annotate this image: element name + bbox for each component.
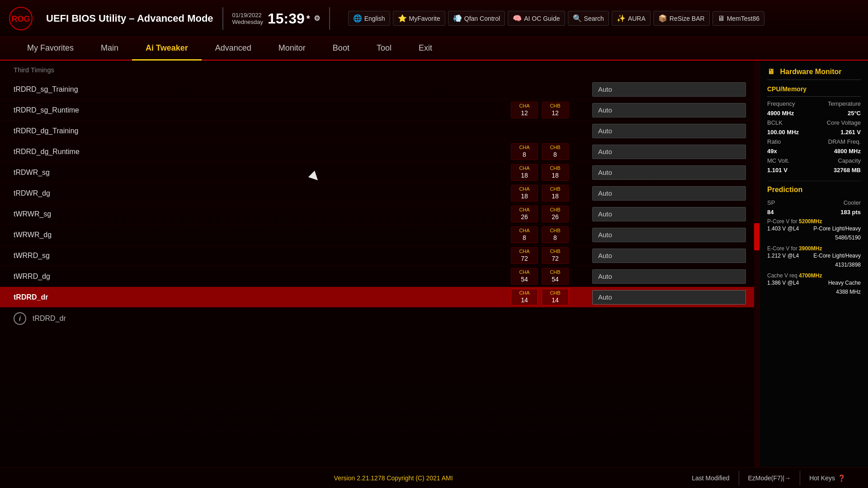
value-box-tRDWR_sg[interactable]: Auto <box>592 165 746 180</box>
monitor-icon: 🖥 <box>767 68 774 76</box>
frequency-row: Frequency Temperature <box>767 100 861 107</box>
sidebar: 🖥 Hardware Monitor CPU/Memory Frequency … <box>760 61 868 467</box>
settings-icon[interactable]: ⚙ <box>314 15 320 22</box>
tool-qfan-label: Qfan Control <box>464 15 500 22</box>
channel-values-tWRWR_dg: CHA8CHB8 <box>511 226 583 243</box>
value-box-tRDRD_sg_Training[interactable]: Auto <box>592 82 746 97</box>
scrollbar-track[interactable] <box>754 61 760 467</box>
header-tools: 🌐 English ⭐ MyFavorite 💨 Qfan Control 🧠 … <box>348 11 859 26</box>
tool-aioc[interactable]: 🧠 AI OC Guide <box>508 11 565 26</box>
value-box-tRDWR_dg[interactable]: Auto <box>592 186 746 201</box>
nav-tool[interactable]: Tool <box>363 37 405 61</box>
value-box-tRDRD_sg_Runtime[interactable]: Auto <box>592 103 746 117</box>
pcore-v-freq: 5200MHz <box>799 218 822 225</box>
cooler-label: Cooler <box>844 199 861 206</box>
channel-values-tRDWR_dg: CHA18CHB18 <box>511 185 583 202</box>
tool-aura[interactable]: ✨ AURA <box>612 11 651 26</box>
cache-v-label: Cache V req 4700MHz <box>767 272 861 279</box>
nav-main-label: Main <box>101 43 118 53</box>
nav-my-favorites[interactable]: My Favorites <box>14 37 87 61</box>
tool-search[interactable]: 🔍 Search <box>568 11 609 26</box>
cha-box-tWRWR_dg: CHA8 <box>511 226 538 243</box>
tool-qfan[interactable]: 💨 Qfan Control <box>448 11 505 26</box>
tool-resize[interactable]: 📦 ReSize BAR <box>653 11 710 26</box>
value-box-tWRRD_sg[interactable]: Auto <box>592 249 746 263</box>
setting-row-tWRWR_dg[interactable]: tWRWR_dgCHA8CHB8Auto <box>0 225 760 245</box>
pcore-v-val: 1.403 V @L4 <box>767 225 799 232</box>
header-logo: ROG <box>9 7 33 30</box>
setting-name-tRDWR_sg: tRDWR_sg <box>14 169 511 177</box>
last-modified-label: Last Modified <box>692 474 729 482</box>
cha-box-tRDRD_dr: CHA14 <box>511 289 538 305</box>
setting-name-tWRRD_dg: tWRRD_dg <box>14 272 511 281</box>
ecore-v-val: 1.212 V @L4 <box>767 253 799 259</box>
sidebar-divider <box>767 181 861 181</box>
value-box-tRDRD_dg_Training[interactable]: Auto <box>592 124 746 138</box>
bclk-row: BCLK Core Voltage <box>767 119 861 126</box>
tool-english[interactable]: 🌐 English <box>348 11 390 26</box>
cha-box-tWRRD_dg: CHA54 <box>511 268 538 285</box>
hw-monitor-title: 🖥 Hardware Monitor <box>767 68 861 80</box>
ez-mode-button[interactable]: EzMode(F7)|→ <box>739 471 800 485</box>
last-modified-button[interactable]: Last Modified <box>683 471 738 485</box>
heavy-cache-val: 4388 MHz <box>767 289 861 295</box>
ratio-value: 49x <box>767 148 777 155</box>
setting-row-tWRRD_sg[interactable]: tWRRD_sgCHA72CHB72Auto <box>0 245 760 266</box>
hot-keys-icon: ❓ <box>838 474 845 482</box>
setting-row-tRDRD_dg_Runtime[interactable]: tRDRD_dg_RuntimeCHA8CHB8Auto <box>0 141 760 162</box>
tool-search-label: Search <box>584 15 604 22</box>
nav-advanced[interactable]: Advanced <box>202 37 265 61</box>
sp-label: SP <box>767 199 775 206</box>
cha-box-tWRRD_sg: CHA72 <box>511 247 538 264</box>
hot-keys-button[interactable]: Hot Keys ❓ <box>800 471 854 485</box>
channel-values-tRDRD_sg_Runtime: CHA12CHB12 <box>511 102 583 118</box>
nav-ai-tweaker-label: Ai Tweaker <box>146 43 188 53</box>
setting-row-tRDRD_dr[interactable]: tRDRD_drCHA14CHB14Auto <box>0 287 760 308</box>
mc-volt-label: MC Volt. <box>767 157 789 164</box>
setting-row-tWRRD_dg[interactable]: tWRRD_dgCHA54CHB54Auto <box>0 266 760 287</box>
setting-row-tRDRD_dg_Training[interactable]: tRDRD_dg_TrainingAuto <box>0 121 760 141</box>
frequency-value: 4900 MHz <box>767 110 794 117</box>
globe-icon: 🌐 <box>353 14 362 23</box>
sp-value: 84 <box>767 209 774 216</box>
channel-values-tRDRD_dg_Runtime: CHA8CHB8 <box>511 143 583 160</box>
scrollbar-thumb[interactable] <box>754 223 760 250</box>
chb-box-tRDWR_dg: CHB18 <box>542 185 569 202</box>
nav-monitor[interactable]: Monitor <box>265 37 319 61</box>
ratio-label: Ratio <box>767 138 781 145</box>
tool-myfavorite-label: MyFavorite <box>409 15 440 22</box>
temperature-label: Temperature <box>828 100 861 107</box>
value-box-tRDRD_dg_Runtime[interactable]: Auto <box>592 145 746 159</box>
header-divider-2 <box>329 7 330 30</box>
nav-main[interactable]: Main <box>87 37 132 61</box>
cha-box-tWRWR_sg: CHA26 <box>511 206 538 222</box>
setting-row-tRDRD_sg_Training[interactable]: tRDRD_sg_TrainingAuto <box>0 79 760 100</box>
setting-row-tRDWR_sg[interactable]: tRDWR_sgCHA18CHB18Auto <box>0 162 760 183</box>
setting-row-tWRWR_sg[interactable]: tWRWR_sgCHA26CHB26Auto <box>0 204 760 225</box>
pcore-v-block: P-Core V for 5200MHz 1.403 V @L4 P-Core … <box>767 218 861 241</box>
tool-memtest-label: MemTest86 <box>727 15 760 22</box>
cpu-memory-group: CPU/Memory Frequency Temperature 4900 MH… <box>767 85 861 174</box>
channel-values-tRDWR_sg: CHA18CHB18 <box>511 164 583 181</box>
setting-row-tRDWR_dg[interactable]: tRDWR_dgCHA18CHB18Auto <box>0 183 760 204</box>
tool-memtest[interactable]: 🖥 MemTest86 <box>712 11 764 26</box>
value-box-tRDRD_dr[interactable]: Auto <box>592 290 746 305</box>
mc-volt-value: 1.101 V <box>767 167 788 174</box>
pcore-lh-val: 5486/5190 <box>767 235 861 241</box>
value-box-tWRWR_dg[interactable]: Auto <box>592 228 746 242</box>
cpu-memory-title: CPU/Memory <box>767 85 861 97</box>
hot-keys-label: Hot Keys <box>809 474 835 482</box>
frequency-value-row: 4900 MHz 25°C <box>767 110 861 117</box>
setting-row-tRDRD_sg_Runtime[interactable]: tRDRD_sg_RuntimeCHA12CHB12Auto <box>0 100 760 121</box>
channel-values-tWRRD_dg: CHA54CHB54 <box>511 268 583 285</box>
tool-aioc-label: AI OC Guide <box>524 15 560 22</box>
nav-ai-tweaker[interactable]: Ai Tweaker <box>132 37 202 61</box>
nav-boot[interactable]: Boot <box>319 37 363 61</box>
sp-row: SP Cooler <box>767 199 861 206</box>
value-box-tWRRD_dg[interactable]: Auto <box>592 269 746 284</box>
nav-exit-label: Exit <box>419 43 432 53</box>
cha-box-tRDWR_sg: CHA18 <box>511 164 538 181</box>
value-box-tWRWR_sg[interactable]: Auto <box>592 207 746 221</box>
tool-myfavorite[interactable]: ⭐ MyFavorite <box>393 11 445 26</box>
nav-exit[interactable]: Exit <box>405 37 446 61</box>
